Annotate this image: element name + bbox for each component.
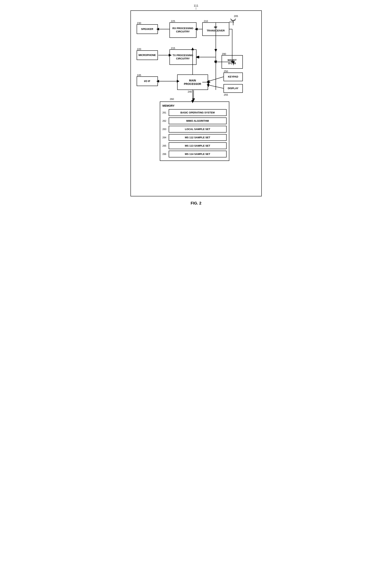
display-label: DISPLAY xyxy=(228,87,238,90)
svg-line-39 xyxy=(216,57,222,60)
main-processor-label: MAIN PROCESSOR xyxy=(184,79,201,86)
svg-marker-19 xyxy=(196,56,199,58)
rx-processing-ref: 225 xyxy=(171,20,175,22)
microphone-label: MICROPHONE xyxy=(138,54,156,57)
manet-xcvr-ref: 290 xyxy=(222,52,226,55)
io-if-label: I/O IF xyxy=(144,80,150,83)
page-container: 111 205 295 xyxy=(128,4,264,205)
tx-processing-block: TX PROCESSING CIRCUITRY xyxy=(170,49,196,65)
memory-sub-ref-265: 265 xyxy=(162,144,169,147)
svg-marker-38 xyxy=(214,60,216,63)
io-if-block: I/O IF xyxy=(137,76,158,86)
antenna-205: 205 xyxy=(229,15,237,26)
memory-sub-ref-262: 262 xyxy=(162,120,169,122)
svg-marker-44 xyxy=(214,49,217,52)
memory-sub-ref-263: 263 xyxy=(162,128,169,131)
memory-ref: 260 xyxy=(170,98,174,100)
memory-sub-block-264: MS 112 SAMPLE SET xyxy=(169,134,226,141)
tx-processing-label: TX PROCESSING CIRCUITRY xyxy=(172,54,193,60)
display-ref: 255 xyxy=(224,93,228,96)
memory-sub-block-262: MIMO ALGORITHM xyxy=(169,117,226,124)
memory-sub-block-261: BASIC OPERATING SYSTEM xyxy=(169,109,226,116)
diagram-outer: 205 295 RF TRANS xyxy=(130,10,262,196)
manet-xcvr-block: MANET X-CVR xyxy=(222,55,243,69)
rx-processing-block: RX PROCESSING CIRCUITRY xyxy=(170,22,196,38)
memory-sub-ref-261: 261 xyxy=(162,111,169,114)
memory-sub-ref-266: 266 xyxy=(162,153,169,155)
svg-line-42 xyxy=(197,34,202,40)
keypad-ref: 250 xyxy=(224,70,228,73)
keypad-block: KEYPAD xyxy=(224,72,243,81)
memory-sub-block-265: MS 113 SAMPLE SET xyxy=(169,142,226,149)
antenna-205-ref: 205 xyxy=(234,15,238,17)
memory-sub-block-266: MS 114 SAMPLE SET xyxy=(169,151,226,157)
manet-xcvr-label: MANET X-CVR xyxy=(228,59,236,65)
rf-transceiver-block: RF TRANSCEIVER xyxy=(202,22,229,36)
speaker-label: SPEAKER xyxy=(141,27,153,31)
microphone-ref: 220 xyxy=(137,48,141,50)
svg-marker-24 xyxy=(208,81,210,83)
rx-processing-label: RX PROCESSING CIRCUITRY xyxy=(172,27,193,33)
tx-processing-ref: 215 xyxy=(171,47,175,49)
svg-marker-9 xyxy=(192,98,195,101)
diagram-content: 205 295 RF TRANS xyxy=(135,15,258,192)
antenna-205-icon xyxy=(229,18,237,26)
keypad-label: KEYPAD xyxy=(228,75,238,78)
io-if-ref: 245 xyxy=(137,74,141,76)
memory-sub-ref-264: 264 xyxy=(162,136,169,139)
speaker-ref: 230 xyxy=(137,21,141,24)
svg-line-33 xyxy=(209,77,224,81)
main-processor-ref: 240 xyxy=(188,90,192,93)
memory-arrow xyxy=(192,90,196,102)
display-block: DISPLAY xyxy=(224,84,243,93)
main-processor-block: MAIN PROCESSOR xyxy=(177,74,208,90)
memory-label: MEMORY xyxy=(162,104,226,107)
fig-ref-top: 111 xyxy=(194,4,198,7)
rf-transceiver-label: RF TRANSCEIVER xyxy=(207,26,225,32)
speaker-block: SPEAKER xyxy=(137,24,158,34)
memory-outer-block: MEMORY 261 BASIC OPERATING SYSTEM 262 MI… xyxy=(160,101,229,161)
svg-line-35 xyxy=(209,85,224,88)
memory-sub-block-263: LOCAL SAMPLE SET xyxy=(169,126,226,132)
microphone-block: MICROPHONE xyxy=(137,50,158,60)
figure-caption: FIG. 2 xyxy=(191,201,202,205)
rf-transceiver-ref: 210 xyxy=(204,20,208,22)
svg-marker-45 xyxy=(214,60,217,64)
